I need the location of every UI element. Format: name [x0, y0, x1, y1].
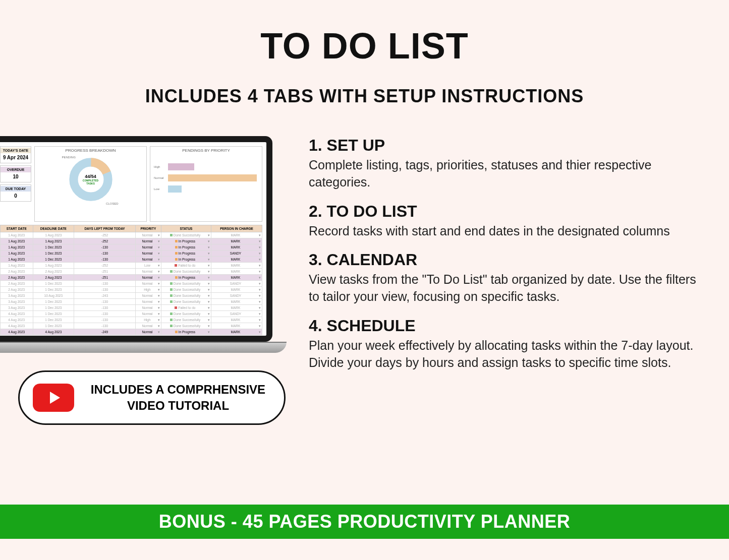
donut-num: 44/54	[79, 174, 102, 179]
bar-low	[168, 185, 182, 193]
chart-title: PENDINGS BY PRIORITY	[152, 148, 260, 153]
th-person: PERSON IN CHARGE	[211, 225, 262, 232]
stat-label: TODAY'S DATE	[1, 148, 31, 153]
stat-overdue: OVERDUE 10	[0, 165, 31, 182]
table-row: 2 Aug 20232 Aug 2023-251Normal ▾In Progr…	[1, 275, 262, 281]
table-row: 2 Aug 20232 Aug 2023-251Normal ▾Done Suc…	[1, 269, 262, 275]
table-row: 1 Aug 20231 Aug 2023-252Low ▾Failed to d…	[1, 263, 262, 269]
youtube-icon	[33, 384, 74, 412]
th-start: START DATE	[1, 225, 33, 232]
bar-normal	[168, 174, 257, 181]
main-title: TO DO LIST	[0, 0, 729, 67]
laptop-mockup: TODAY'S DATE 9 Apr 2024 OVERDUE 10 DUE T…	[0, 136, 272, 353]
table-row: 4 Aug 20231 Dec 2023-130Normal ▾Done Suc…	[1, 311, 262, 317]
th-deadline: DEADLINE DATE	[33, 225, 74, 232]
instruction-section: 3. CALENDARView tasks from the "To Do Li…	[309, 251, 699, 305]
section-title: 2. TO DO LIST	[309, 202, 699, 221]
table-row: 4 Aug 20231 Dec 2023-130Normal ▾Done Suc…	[1, 323, 262, 329]
section-title: 1. SET UP	[309, 136, 699, 155]
table-row: 1 Aug 20231 Aug 2023-252Normal ▾In Progr…	[1, 238, 262, 244]
page: TO DO LIST INCLUDES 4 TABS WITH SETUP IN…	[0, 0, 729, 560]
task-table: START DATE DEADLINE DATE DAYS LEFT FROM …	[0, 225, 262, 335]
donut-closed-label: CLOSED	[106, 202, 119, 205]
stat-label: DUE TODAY	[1, 186, 31, 192]
table-row: 3 Aug 202310 Aug 2023-243Normal ▾Done Su…	[1, 293, 262, 299]
bar-label-normal: Normal	[154, 176, 168, 179]
stat-value: 0	[1, 192, 31, 200]
stat-value: 9 Apr 2024	[1, 153, 31, 162]
table-row: 4 Aug 20231 Dec 2023-130High ▾Done Succe…	[1, 317, 262, 323]
donut-chart: 44/54 COMPLETED TASKS PENDING CLOSED	[68, 157, 114, 202]
section-text: Plan your week effectively by allocating…	[309, 337, 699, 371]
table-row: 2 Aug 20231 Dec 2023-130High ▾Done Succe…	[1, 287, 262, 293]
table-row: 3 Aug 20231 Dec 2023-130Normal ▾Done Suc…	[1, 299, 262, 305]
table-row: 1 Aug 20231 Aug 2023-252Normal ▾Done Suc…	[1, 232, 262, 238]
laptop-screen: TODAY'S DATE 9 Apr 2024 OVERDUE 10 DUE T…	[0, 136, 272, 342]
bar-label-high: High	[154, 165, 168, 168]
stats-column: TODAY'S DATE 9 Apr 2024 OVERDUE 10 DUE T…	[0, 146, 31, 222]
bar-label-low: Low	[154, 188, 168, 191]
th-days: DAYS LEFT FROM TODAY	[74, 225, 136, 232]
table-row: 2 Aug 20231 Dec 2023-130Normal ▾Done Suc…	[1, 281, 262, 287]
stat-todays-date: TODAY'S DATE 9 Apr 2024	[0, 146, 31, 163]
video-line2: VIDEO TUTORIAL	[127, 399, 229, 412]
video-line1: INCLUDES A COMPRHENSIVE	[91, 383, 265, 396]
bar-chart: High Normal Low	[152, 154, 260, 202]
section-text: Record tasks with start and end dates in…	[309, 223, 699, 240]
chart-title: PROGRESS BREAKDOWN	[36, 148, 145, 153]
instruction-section: 2. TO DO LISTRecord tasks with start and…	[309, 202, 699, 240]
table-row: 1 Aug 20231 Dec 2023-130Normal ▾In Progr…	[1, 244, 262, 251]
laptop-base	[0, 342, 287, 353]
stat-due-today: DUE TODAY 0	[0, 184, 31, 202]
table-row: 4 Aug 20234 Aug 2023-249Normal ▾In Progr…	[1, 329, 262, 335]
dashboard-row: TODAY'S DATE 9 Apr 2024 OVERDUE 10 DUE T…	[0, 146, 262, 222]
pendings-chart: PENDINGS BY PRIORITY High Normal	[150, 146, 262, 222]
section-title: 3. CALENDAR	[309, 251, 699, 269]
section-title: 4. SCHEDULE	[309, 317, 699, 335]
donut-txt: COMPLETED TASKS	[79, 179, 102, 185]
table-row: 3 Aug 20231 Dec 2023-130Normal ▾Failed t…	[1, 305, 262, 311]
th-priority: PRIORITY	[135, 225, 161, 232]
table-row: 1 Aug 20231 Dec 2023-130Normal ▾In Progr…	[1, 257, 262, 263]
progress-chart: PROGRESS BREAKDOWN 44/54 COMPLETED TASKS	[34, 146, 147, 222]
th-status: STATUS	[161, 225, 211, 232]
instruction-section: 4. SCHEDULEPlan your week effectively by…	[309, 317, 699, 371]
right-column: 1. SET UPComplete listing, tags, priorit…	[303, 136, 729, 469]
instruction-section: 1. SET UPComplete listing, tags, priorit…	[309, 136, 699, 191]
bar-high	[168, 163, 194, 170]
section-text: Complete listing, tags, priorities, stat…	[309, 157, 699, 191]
table-row: 1 Aug 20231 Dec 2023-130Normal ▾In Progr…	[1, 251, 262, 257]
stat-value: 10	[1, 172, 31, 181]
bonus-bar: BONUS - 45 PAGES PRODUCTIVITY PLANNER	[0, 505, 729, 539]
video-text: INCLUDES A COMPRHENSIVE VIDEO TUTORIAL	[85, 382, 271, 414]
donut-pending-label: PENDING	[62, 156, 76, 159]
section-text: View tasks from the "To Do List" tab org…	[309, 271, 699, 305]
stat-label: OVERDUE	[1, 167, 31, 172]
subtitle: INCLUDES 4 TABS WITH SETUP INSTRUCTIONS	[0, 86, 729, 107]
video-tutorial-badge: INCLUDES A COMPRHENSIVE VIDEO TUTORIAL	[18, 370, 286, 425]
